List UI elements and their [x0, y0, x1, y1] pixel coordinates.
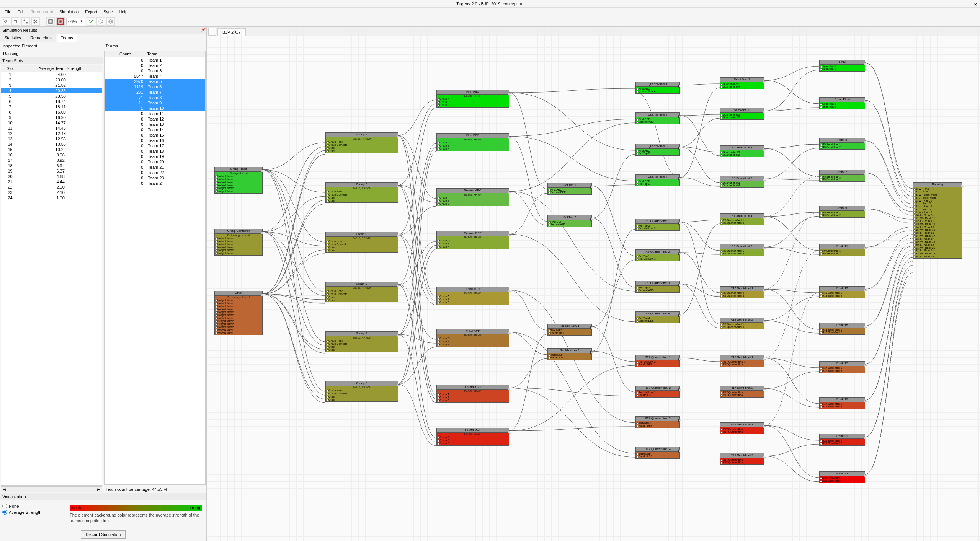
team-row[interactable]: 0Team 24	[105, 181, 205, 186]
team-row[interactable]: 0Team 18	[105, 148, 205, 154]
bracket-node[interactable]: Second DEFBo3x5, RR-dFGroup DGroup EGrou…	[436, 231, 509, 249]
slot-row[interactable]: 178.92	[1, 158, 102, 163]
slot-scrollbar[interactable]: ◄►	[1, 486, 102, 492]
team-row[interactable]: 0Team 23	[105, 175, 205, 181]
pin-icon[interactable]: 📌	[201, 28, 206, 32]
bracket-node[interactable]: Group FBo3x5, RR-h2hGroup HeadGroup Cont…	[325, 381, 398, 402]
bracket-node[interactable]: Fourth ABCBo3x5, RR-dFGroup AGroup BGrou…	[436, 385, 509, 403]
team-row[interactable]: 0Team 20	[105, 159, 205, 165]
slot-row[interactable]: 420.36	[1, 88, 102, 93]
bracket-node[interactable]: R5 Semi-final 2Quarter-final 3Quarter-fi…	[720, 176, 764, 188]
menu-export[interactable]: Export	[82, 10, 100, 14]
slot-row[interactable]: 321.82	[1, 83, 102, 88]
slot-row[interactable]: 186.94	[1, 163, 102, 168]
tool-select[interactable]	[2, 17, 10, 26]
bracket-node[interactable]: R17 Quarter-final 2Rel Mid-Low 1Fourth A…	[635, 386, 680, 398]
close-icon[interactable]: ×	[974, 1, 977, 8]
bracket-node[interactable]: Group EBo3x5, RR-h2hGroup HeadGroup Cont…	[325, 331, 398, 352]
viz-none-radio[interactable]	[2, 504, 7, 508]
slot-row[interactable]: 214.44	[1, 179, 102, 184]
slot-row[interactable]: 168.06	[1, 152, 102, 158]
team-row[interactable]: 71Team 8	[105, 95, 205, 100]
slot-row[interactable]: 232.10	[1, 190, 102, 195]
bracket-node[interactable]: Group ABo3x5, RR-h2hGroup HeadGroup Cont…	[325, 132, 398, 153]
bracket-node[interactable]: R13 Semi-final 1R9 Quarter-final 2R9 Qua…	[720, 286, 764, 298]
bracket-node[interactable]: Group Contester2nd strongest seedNot yet…	[214, 229, 263, 256]
bracket-node[interactable]: R17 Semi-final 1R17 Quarter-final 1R17 Q…	[720, 355, 764, 367]
tool-hand[interactable]	[11, 17, 20, 26]
team-row[interactable]: 281Team 7	[105, 90, 205, 95]
bracket-node[interactable]: Rank 15R13 Semi-final 1R13 Semi-final 2	[819, 323, 865, 335]
bracket-node[interactable]: Quarter-final 4First DEFRel Top 1	[635, 174, 680, 186]
tool-grid-small[interactable]	[46, 17, 55, 26]
bracket-node[interactable]: Rel Mid-Low 1Third ABCFourth DEF	[547, 324, 592, 336]
bracket-node[interactable]: Third ABCBo3x5, RR-dFGroup AGroup BGroup…	[436, 287, 509, 305]
bracket-node[interactable]: Rel Mid-Low 2Third DEFFourth ABC	[547, 348, 592, 360]
bracket-node[interactable]: Fourth DEFBo3x5, RR-dFGroup DGroup EGrou…	[436, 428, 509, 446]
bracket-node[interactable]: R17 Quarter-final 4Third DEFFourth ABC	[635, 447, 680, 459]
slot-row[interactable]: 196.37	[1, 168, 102, 174]
team-row[interactable]: 0Team 17	[105, 143, 205, 148]
bracket-node[interactable]: Second ABCBo3x5, RR-dFGroup AGroup BGrou…	[436, 188, 509, 206]
team-row[interactable]: 0Team 3	[105, 68, 205, 73]
slot-row[interactable]: 222.90	[1, 184, 102, 190]
bracket-node[interactable]: Rank 9R9 Semi-final 1R9 Semi-final 2	[819, 206, 865, 218]
menu-file[interactable]: File	[2, 10, 15, 14]
tool-cut[interactable]	[31, 17, 40, 26]
viz-avg-radio[interactable]	[2, 510, 7, 515]
slot-table[interactable]: SlotAverage Team Strength124.00223.00321…	[1, 65, 102, 486]
slot-row[interactable]: 1410.55	[1, 142, 102, 147]
bracket-node[interactable]: R17 Semi-final 2R17 Quarter-finalR17 Qua…	[720, 386, 764, 398]
menu-simulation[interactable]: Simulation	[56, 10, 82, 14]
slot-row[interactable]: 816.09	[1, 109, 102, 115]
menu-edit[interactable]: Edit	[15, 10, 28, 14]
team-row[interactable]: 1Team 10	[105, 106, 205, 111]
bracket-node[interactable]: Semi-final 1Quarter-final 1Quarter-final…	[720, 77, 764, 89]
zoom-selector[interactable]: 66% ▼	[66, 18, 85, 25]
tool-globe[interactable]	[106, 17, 115, 26]
team-row[interactable]: 5547Team 4	[105, 73, 205, 79]
team-row[interactable]: 0Team 13	[105, 122, 205, 127]
bracket-node[interactable]: Rel Top 1First ABCSecond DEF	[547, 183, 592, 195]
bracket-node[interactable]: Group CBo3x5, RR-h2hGroup HeadGroup Cont…	[325, 232, 398, 253]
bracket-node[interactable]: Rank 13R13 Semi-final 1R13 Semi-final 2	[819, 286, 865, 298]
bracket-node[interactable]: R9 Semi-final 2R9 Quarter-final 1R9 Quar…	[720, 244, 764, 256]
bracket-node[interactable]: Semi-final 2Quarter-final 2Quarter-final…	[720, 108, 764, 120]
slot-row[interactable]: 204.68	[1, 174, 102, 179]
team-row[interactable]: 0Team 22	[105, 170, 205, 175]
slot-row[interactable]: 618.74	[1, 99, 102, 104]
tool-validate[interactable]	[87, 17, 95, 26]
canvas-area[interactable]: + BJP 2017 Group HeadStrongest seedNot y…	[207, 27, 980, 541]
tool-grid-color[interactable]	[56, 17, 65, 26]
bracket-node[interactable]: Rank 11R9 Semi-final 1R9 Semi-final 2	[819, 244, 865, 256]
slot-row[interactable]: 1212.43	[1, 131, 102, 136]
slot-row[interactable]: 1510.22	[1, 147, 102, 152]
bracket-node[interactable]: Group BBo3x5, RR-h2hGroup HeadGroup Cont…	[325, 182, 398, 203]
slot-row[interactable]: 223.00	[1, 77, 102, 83]
bracket-node[interactable]: First DEFBo3x5, RR-dFGroup DGroup EGroup…	[436, 133, 509, 151]
team-row[interactable]: 0Team 21	[105, 165, 205, 170]
menu-sync[interactable]: Sync	[100, 10, 116, 14]
team-row[interactable]: 0Team 19	[105, 154, 205, 159]
team-row[interactable]: 0Team 12	[105, 116, 205, 122]
bracket-node[interactable]: FinalSemi-final 1Semi-final 2	[819, 60, 865, 72]
slot-row[interactable]: 1312.56	[1, 136, 102, 142]
slot-row[interactable]: 520.58	[1, 93, 102, 99]
bracket-node[interactable]: First ABCBo3x5, RR-dFGroup AGroup BGroup…	[436, 90, 509, 108]
team-row[interactable]: 1119Team 6	[105, 84, 205, 90]
team-row[interactable]: 0Team 1	[105, 57, 205, 63]
discard-button[interactable]: Discard Simulation	[81, 530, 126, 539]
team-row[interactable]: 0Team 15	[105, 132, 205, 138]
bracket-node[interactable]: Quarter-final 3First ABCRel Top 2	[635, 144, 680, 156]
bracket-node[interactable]: R9 Quarter-final 2Rel Top 1Rel Mid-Low 1	[635, 249, 680, 261]
menu-tournament[interactable]: Tournament	[28, 10, 56, 14]
bracket-node[interactable]: R17 Quarter-final 1Rel Mid-Low 2Fourth D…	[635, 355, 680, 367]
slot-row[interactable]: 1014.77	[1, 120, 102, 125]
bracket-node[interactable]: R9 Quarter-final 4Rel Top 4Second DEF	[635, 311, 680, 323]
bracket-node[interactable]: Other3rd strongest seedNot yet drawnNot …	[214, 291, 263, 335]
slot-row[interactable]: 1114.46	[1, 125, 102, 131]
bracket-node[interactable]: Quarter-final 2First DEFSecond ABC	[635, 112, 680, 124]
bracket-node[interactable]: Rank 17R17 Semi-final 1R17 Semi-final 2	[819, 361, 865, 373]
bracket-node[interactable]: R21 Semi-final 2R17 Quarter-finalR17 Qua…	[720, 453, 764, 465]
team-row[interactable]: 0Team 11	[105, 111, 205, 116]
